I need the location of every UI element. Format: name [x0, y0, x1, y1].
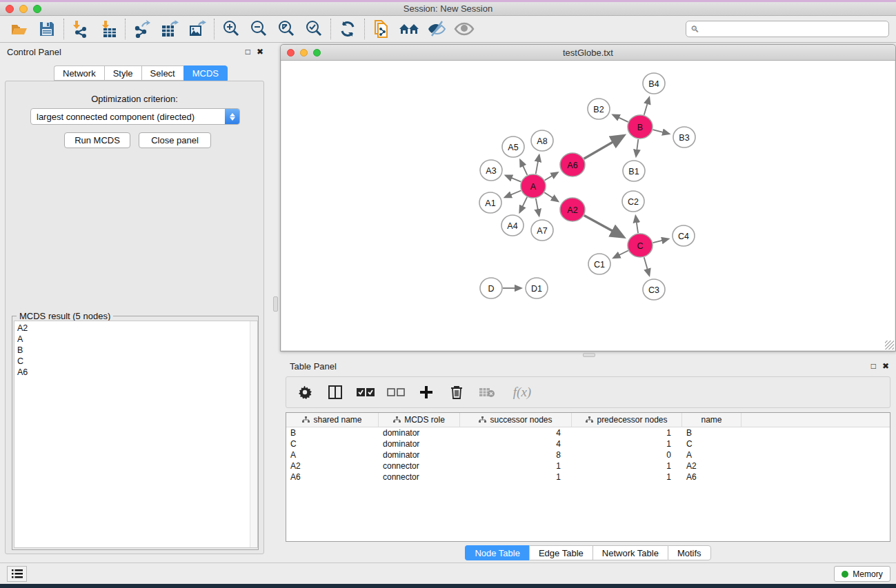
close-panel-icon[interactable]: ✖ — [882, 361, 889, 371]
graph-edge[interactable] — [653, 239, 668, 243]
column-label: MCDS role — [404, 415, 445, 425]
network-canvas[interactable]: AA1A2A3A4A5A6A7A8BB1B2B3B4CC1C2C3C4DD1 — [281, 61, 895, 350]
graph-node-label: A7 — [537, 226, 547, 236]
zoom-fit-button[interactable] — [272, 18, 300, 40]
search-input[interactable] — [702, 22, 888, 36]
float-panel-icon[interactable]: □ — [246, 47, 250, 57]
list-scrollbar[interactable] — [250, 321, 257, 547]
zoom-in-button[interactable] — [217, 18, 245, 40]
graph-edge[interactable] — [536, 155, 539, 174]
tab-style[interactable]: Style — [104, 65, 141, 81]
app-titlebar: Session: New Session — [0, 2, 896, 16]
tab-mcds[interactable]: MCDS — [183, 65, 228, 81]
show-column-button[interactable] — [325, 382, 346, 403]
graph-edge[interactable] — [644, 257, 650, 275]
refresh-button[interactable] — [334, 18, 361, 40]
graph-edge[interactable] — [653, 130, 668, 134]
column-header-shared-name[interactable]: shared name — [286, 413, 379, 427]
graph-edge[interactable] — [544, 192, 558, 201]
graph-edge[interactable] — [520, 197, 528, 212]
column-header-mcds-role[interactable]: MCDS role — [379, 413, 460, 427]
cell-predecessor-nodes: 1 — [572, 428, 682, 438]
columns-icon — [328, 385, 342, 399]
column-header-predecessor-nodes[interactable]: predecessor nodes — [572, 413, 682, 427]
mcds-result-list[interactable]: A2 A B C A6 — [14, 321, 258, 548]
gear-icon — [298, 385, 312, 399]
table-row[interactable]: C dominator 4 1 C — [286, 438, 890, 449]
node-table[interactable]: shared name MCDS role successor nodes pr… — [286, 412, 890, 542]
column-type-icon — [302, 416, 310, 423]
graph-edge[interactable] — [505, 190, 521, 197]
create-column-button[interactable] — [416, 382, 437, 403]
tab-network[interactable]: Network — [54, 65, 104, 81]
function-builder-button[interactable]: f(x) — [507, 382, 537, 403]
close-panel-button[interactable]: Close panel — [139, 132, 211, 148]
fx-icon: f(x) — [513, 385, 531, 400]
list-item[interactable]: A2 — [17, 323, 257, 334]
export-network-button[interactable] — [128, 18, 156, 40]
run-mcds-button[interactable]: Run MCDS — [64, 132, 130, 148]
network-window-titlebar[interactable]: testGlobe.txt — [281, 45, 895, 61]
table-row[interactable]: A2 connector 1 1 A2 — [286, 460, 890, 472]
graph-edge[interactable] — [613, 115, 628, 122]
list-item[interactable]: A6 — [17, 367, 257, 378]
graph-node-label: C4 — [678, 232, 689, 241]
import-network-button[interactable] — [67, 18, 94, 40]
hide-selected-button[interactable] — [423, 18, 450, 40]
tab-node-table[interactable]: Node Table — [465, 545, 529, 560]
graph-edge[interactable] — [644, 98, 649, 115]
graph-edge[interactable] — [636, 139, 638, 156]
vertical-split-divider[interactable] — [271, 43, 280, 562]
duplicate-network-button[interactable] — [368, 18, 395, 40]
delete-column-button[interactable] — [446, 382, 467, 403]
tab-select[interactable]: Select — [141, 65, 183, 81]
table-row[interactable]: A6 connector 1 1 A6 — [286, 472, 890, 483]
deselect-all-button[interactable] — [386, 382, 406, 403]
graph-edge[interactable] — [614, 250, 628, 258]
tab-edge-table[interactable]: Edge Table — [529, 545, 593, 560]
table-settings-button[interactable] — [295, 382, 315, 403]
export-image-button[interactable] — [183, 18, 211, 40]
tab-network-table[interactable]: Network Table — [593, 545, 668, 560]
divider-grip[interactable] — [273, 296, 278, 312]
zoom-selected-button[interactable] — [300, 18, 328, 40]
table-row[interactable]: A dominator 8 0 A — [286, 449, 890, 460]
graph-edge[interactable] — [520, 160, 527, 175]
float-panel-icon[interactable]: □ — [871, 361, 876, 371]
import-table-button[interactable] — [94, 18, 122, 40]
graph-edge[interactable] — [584, 136, 624, 159]
refresh-icon — [339, 20, 357, 38]
close-window-button[interactable] — [6, 5, 14, 13]
open-session-button[interactable] — [6, 18, 33, 40]
zoom-out-button[interactable] — [245, 18, 272, 40]
show-all-button[interactable] — [450, 18, 478, 40]
list-item[interactable]: C — [17, 356, 257, 367]
close-panel-icon[interactable]: ✖ — [257, 47, 263, 57]
cell-predecessor-nodes: 1 — [572, 439, 682, 449]
delete-table-button[interactable] — [477, 382, 497, 403]
list-item[interactable]: B — [17, 345, 257, 356]
column-header-successor-nodes[interactable]: successor nodes — [460, 413, 572, 427]
minimize-window-button[interactable] — [19, 5, 28, 13]
criterion-dropdown[interactable]: largest connected component (directed) — [30, 108, 240, 125]
graph-edge[interactable] — [545, 172, 558, 180]
tab-motifs[interactable]: Motifs — [668, 545, 711, 560]
show-task-history-button[interactable] — [7, 566, 27, 582]
export-table-button[interactable] — [156, 18, 183, 40]
resize-grip[interactable] — [885, 341, 894, 349]
minimize-network-button[interactable] — [300, 49, 308, 57]
save-session-button[interactable] — [33, 18, 61, 40]
graph-edge[interactable] — [536, 199, 539, 216]
zoom-network-button[interactable] — [313, 49, 321, 57]
memory-button[interactable]: Memory — [834, 566, 890, 582]
select-all-button[interactable] — [355, 382, 376, 403]
column-header-name[interactable]: name — [682, 413, 741, 427]
zoom-window-button[interactable] — [33, 5, 41, 13]
list-item[interactable]: A — [17, 334, 257, 345]
table-row[interactable]: B dominator 4 1 B — [286, 427, 890, 438]
home-button[interactable] — [395, 18, 423, 40]
graph-edge[interactable] — [584, 215, 624, 236]
graph-edge[interactable] — [635, 216, 638, 233]
graph-edge[interactable] — [506, 176, 521, 182]
close-network-button[interactable] — [287, 49, 295, 57]
